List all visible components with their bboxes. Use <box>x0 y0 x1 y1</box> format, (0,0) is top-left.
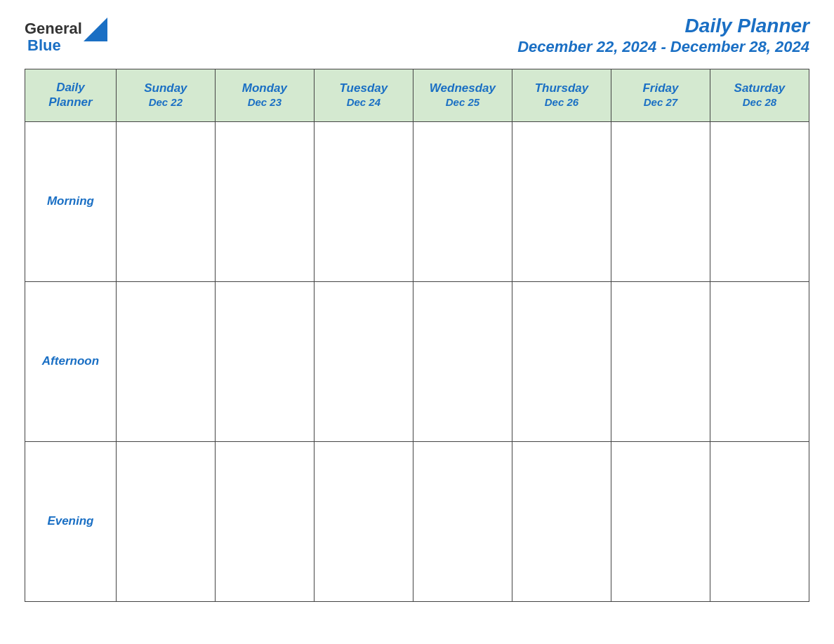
saturday-name: Saturday <box>734 81 786 95</box>
planner-table: Daily Planner Sunday Dec 22 Monday Dec 2… <box>25 69 809 602</box>
afternoon-row: Afternoon <box>25 281 809 441</box>
sunday-name: Sunday <box>144 81 187 95</box>
page: General Blue Daily Planner December 22, … <box>0 0 834 644</box>
col-header-wednesday: Wednesday Dec 25 <box>413 69 512 121</box>
thursday-date: Dec 26 <box>545 96 578 109</box>
col-header-monday: Monday Dec 23 <box>215 69 314 121</box>
afternoon-sunday-cell[interactable] <box>116 281 215 441</box>
evening-friday-cell[interactable] <box>611 441 710 601</box>
logo-general-text: General <box>25 20 82 37</box>
col-header-sunday: Sunday Dec 22 <box>116 69 215 121</box>
afternoon-label: Afternoon <box>25 281 117 441</box>
sunday-date: Dec 22 <box>149 96 183 109</box>
daily-planner-label-line2: Planner <box>48 95 92 109</box>
monday-name: Monday <box>242 81 287 95</box>
morning-saturday-cell[interactable] <box>710 121 809 281</box>
morning-friday-cell[interactable] <box>611 121 710 281</box>
evening-sunday-cell[interactable] <box>116 441 215 601</box>
afternoon-monday-cell[interactable] <box>215 281 314 441</box>
title-block: Daily Planner December 22, 2024 - Decemb… <box>517 14 809 56</box>
tuesday-name: Tuesday <box>340 81 388 95</box>
friday-name: Friday <box>642 81 678 95</box>
friday-date: Dec 27 <box>644 96 677 109</box>
col-header-daily: Daily Planner <box>25 69 117 121</box>
main-title: Daily Planner <box>517 14 809 38</box>
table-header-row: Daily Planner Sunday Dec 22 Monday Dec 2… <box>25 69 809 121</box>
morning-label: Morning <box>25 121 117 281</box>
morning-tuesday-cell[interactable] <box>314 121 413 281</box>
morning-thursday-cell[interactable] <box>512 121 611 281</box>
evening-saturday-cell[interactable] <box>710 441 809 601</box>
evening-tuesday-cell[interactable] <box>314 441 413 601</box>
date-range: December 22, 2024 - December 28, 2024 <box>517 38 809 56</box>
daily-planner-label-line1: Daily <box>56 81 85 95</box>
afternoon-friday-cell[interactable] <box>611 281 710 441</box>
monday-date: Dec 23 <box>248 96 282 109</box>
logo-blue-text: Blue <box>27 37 61 54</box>
wednesday-date: Dec 25 <box>446 96 479 109</box>
evening-thursday-cell[interactable] <box>512 441 611 601</box>
afternoon-saturday-cell[interactable] <box>710 281 809 441</box>
svg-marker-0 <box>84 18 107 41</box>
afternoon-tuesday-cell[interactable] <box>314 281 413 441</box>
morning-sunday-cell[interactable] <box>116 121 215 281</box>
logo: General Blue <box>25 16 107 54</box>
morning-wednesday-cell[interactable] <box>413 121 512 281</box>
tuesday-date: Dec 24 <box>347 96 380 109</box>
morning-monday-cell[interactable] <box>215 121 314 281</box>
col-header-tuesday: Tuesday Dec 24 <box>314 69 413 121</box>
wednesday-name: Wednesday <box>430 81 496 95</box>
col-header-friday: Friday Dec 27 <box>611 69 710 121</box>
evening-row: Evening <box>25 441 809 601</box>
afternoon-wednesday-cell[interactable] <box>413 281 512 441</box>
evening-monday-cell[interactable] <box>215 441 314 601</box>
evening-wednesday-cell[interactable] <box>413 441 512 601</box>
header: General Blue Daily Planner December 22, … <box>25 14 809 56</box>
col-header-thursday: Thursday Dec 26 <box>512 69 611 121</box>
afternoon-thursday-cell[interactable] <box>512 281 611 441</box>
thursday-name: Thursday <box>535 81 589 95</box>
evening-label: Evening <box>25 441 117 601</box>
logo-icon <box>84 18 107 41</box>
col-header-saturday: Saturday Dec 28 <box>710 69 809 121</box>
morning-row: Morning <box>25 121 809 281</box>
saturday-date: Dec 28 <box>743 96 776 109</box>
